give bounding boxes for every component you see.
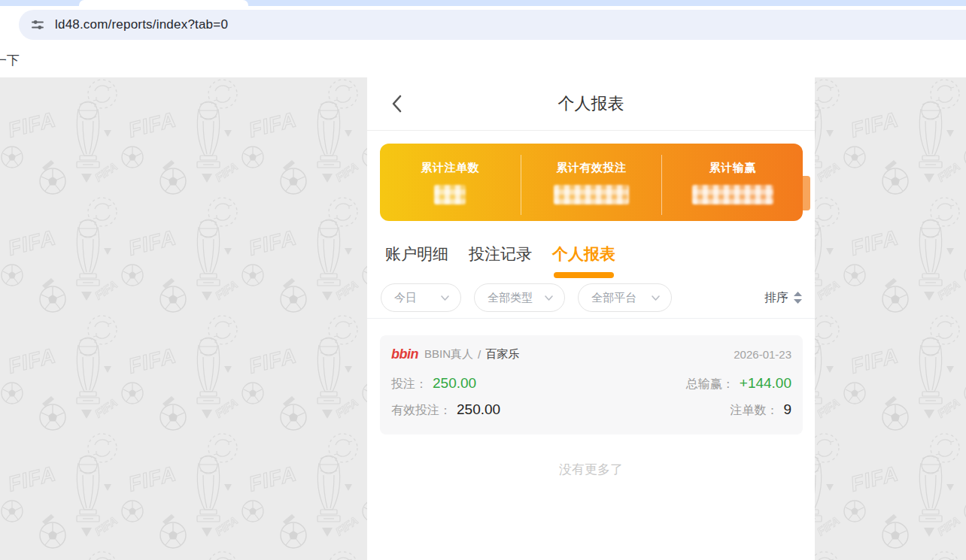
dropdown-value: 今日 bbox=[394, 291, 417, 305]
bbin-logo: bbin bbox=[391, 347, 418, 362]
panel-header: 个人报表 bbox=[367, 77, 815, 131]
date-filter-dropdown[interactable]: 今日 bbox=[381, 283, 461, 312]
report-panel: 个人报表 累计注单数 累计有效投注 累计输赢 bbox=[367, 77, 815, 560]
redacted-value bbox=[554, 185, 629, 204]
record-separator: / bbox=[478, 348, 481, 361]
stat-total-valid-bets: 累计有效投注 bbox=[521, 144, 662, 221]
page-title: 个人报表 bbox=[367, 77, 815, 130]
sort-control[interactable]: 排序 bbox=[764, 290, 802, 306]
bet-count-value: 9 bbox=[783, 401, 791, 418]
page-top-strip: 一下 bbox=[0, 42, 966, 77]
record-date: 2026-01-23 bbox=[734, 348, 791, 361]
active-tab-notch[interactable] bbox=[79, 0, 248, 6]
page-background: FIFA FIFA bbox=[0, 77, 966, 560]
report-tabs: 账户明细 投注记录 个人报表 bbox=[367, 221, 815, 277]
browser-toolbar: ld48.com/reports/index?tab=0 bbox=[0, 6, 966, 42]
active-tab-underline bbox=[554, 272, 614, 278]
list-end-text: 没有更多了 bbox=[367, 461, 815, 478]
redacted-value bbox=[692, 185, 773, 204]
record-bet-row: 投注： 250.00 总输赢： +144.00 bbox=[391, 375, 791, 392]
stat-total-bets: 累计注单数 bbox=[380, 144, 521, 221]
address-bar[interactable]: ld48.com/reports/index?tab=0 bbox=[19, 10, 966, 40]
chevron-down-icon bbox=[652, 295, 660, 301]
filter-bar: 今日 全部类型 全部平台 排序 bbox=[367, 283, 815, 319]
bet-count-label: 注单数： bbox=[730, 403, 778, 419]
record-category: 百家乐 bbox=[485, 347, 519, 362]
winloss-label: 总输赢： bbox=[686, 377, 734, 392]
type-filter-dropdown[interactable]: 全部类型 bbox=[474, 283, 565, 312]
sort-label: 排序 bbox=[764, 290, 788, 306]
browser-tabstrip bbox=[0, 0, 966, 6]
valid-bet-value: 250.00 bbox=[457, 401, 500, 418]
bet-value: 250.00 bbox=[433, 375, 476, 392]
tab-personal-report[interactable]: 个人报表 bbox=[552, 244, 615, 277]
site-settings-icon[interactable] bbox=[29, 17, 46, 33]
valid-bet-label: 有效投注： bbox=[391, 403, 451, 419]
platform-filter-dropdown[interactable]: 全部平台 bbox=[578, 283, 672, 312]
back-button[interactable] bbox=[387, 94, 406, 114]
dropdown-value: 全部类型 bbox=[488, 291, 533, 305]
dropdown-value: 全部平台 bbox=[591, 291, 636, 305]
record-valid-row: 有效投注： 250.00 注单数： 9 bbox=[391, 401, 791, 419]
chevron-down-icon bbox=[545, 295, 553, 301]
winloss-value: +144.00 bbox=[740, 375, 791, 392]
record-game: BBIN真人 bbox=[424, 347, 473, 362]
redacted-value bbox=[434, 185, 466, 204]
back-chevron-icon bbox=[391, 95, 402, 113]
tab-account-detail[interactable]: 账户明细 bbox=[385, 244, 448, 277]
bet-label: 投注： bbox=[391, 377, 427, 392]
stats-summary-card: 累计注单数 累计有效投注 累计输赢 bbox=[380, 144, 803, 221]
sort-arrows-icon bbox=[794, 292, 802, 304]
tab-bet-records[interactable]: 投注记录 bbox=[469, 244, 532, 277]
chevron-down-icon bbox=[441, 295, 449, 301]
record-header-row: bbin BBIN真人 / 百家乐 2026-01-23 bbox=[391, 347, 791, 362]
stat-label: 累计输赢 bbox=[709, 161, 756, 175]
stat-total-winloss: 累计输赢 bbox=[662, 144, 803, 221]
stats-carousel: 累计注单数 累计有效投注 累计输赢 bbox=[380, 144, 803, 221]
url-text[interactable]: ld48.com/reports/index?tab=0 bbox=[55, 17, 228, 32]
clipped-page-text: 一下 bbox=[0, 52, 20, 69]
stat-label: 累计有效投注 bbox=[557, 161, 627, 175]
report-list-item[interactable]: bbin BBIN真人 / 百家乐 2026-01-23 投注： 250.00 … bbox=[380, 335, 803, 434]
stat-label: 累计注单数 bbox=[421, 161, 480, 175]
tab-label: 个人报表 bbox=[552, 245, 615, 262]
